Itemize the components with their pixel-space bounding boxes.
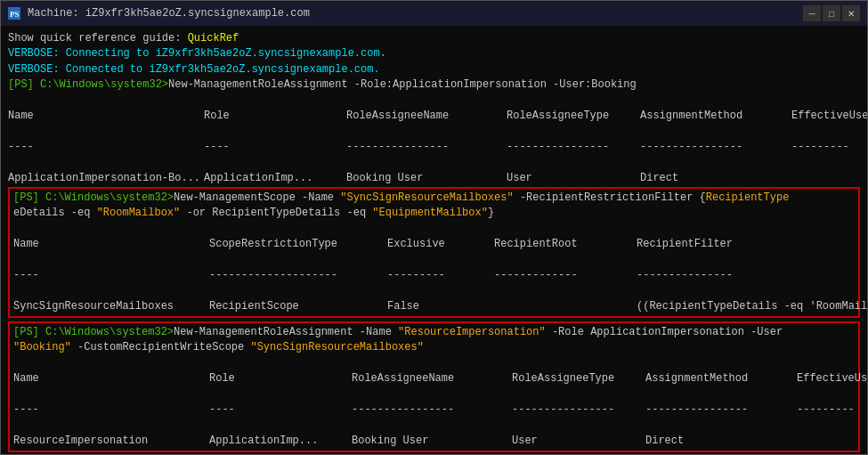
line-cmd2b: eDetails -eq "RoomMailbox" -or Recipient… bbox=[13, 206, 855, 221]
title-bar-left: PS Machine: iZ9xfr3kh5ae2oZ.syncsignexam… bbox=[8, 7, 310, 20]
window-controls: ─ □ ✕ bbox=[803, 5, 860, 21]
window-title: Machine: iZ9xfr3kh5ae2oZ.syncsignexample… bbox=[28, 7, 310, 20]
line-header1: NameRoleRoleAssigneeNameRoleAssigneeType… bbox=[8, 93, 860, 125]
line-cmd2: [PS] C:\Windows\system32>New-ManagementS… bbox=[13, 191, 855, 206]
red-block-1: [PS] C:\Windows\system32>New-ManagementS… bbox=[8, 187, 860, 318]
line-cmd3: [PS] C:\Windows\system32>New-ManagementR… bbox=[13, 325, 855, 340]
title-bar: PS Machine: iZ9xfr3kh5ae2oZ.syncsignexam… bbox=[1, 1, 867, 26]
window-icon: PS bbox=[8, 7, 20, 20]
window: PS Machine: iZ9xfr3kh5ae2oZ.syncsignexam… bbox=[0, 0, 868, 455]
line-separator3: ----------------------------------------… bbox=[13, 387, 855, 418]
close-button[interactable]: ✕ bbox=[842, 5, 860, 21]
line-header2: NameScopeRestrictionTypeExclusiveRecipie… bbox=[13, 222, 855, 253]
maximize-button[interactable]: □ bbox=[823, 5, 840, 21]
line-data1: ApplicationImpersonation-Bo...Applicatio… bbox=[8, 155, 860, 186]
line-cmd1: [PS] C:\Windows\system32>New-ManagementR… bbox=[8, 77, 860, 93]
line-quickref: Show quick reference guide: QuickRef bbox=[8, 31, 860, 46]
svg-text:PS: PS bbox=[10, 10, 20, 19]
line-data2: SyncSignResourceMailboxesRecipientScopeF… bbox=[13, 283, 855, 314]
minimize-button[interactable]: ─ bbox=[803, 5, 821, 21]
red-block-2: [PS] C:\Windows\system32>New-ManagementR… bbox=[8, 321, 860, 452]
line-verbose1: VERBOSE: Connecting to iZ9xfr3kh5ae2oZ.s… bbox=[8, 46, 860, 61]
line-prompt[interactable]: [PS] C:\Windows\system32>█ bbox=[8, 453, 860, 454]
line-header3: NameRoleRoleAssigneeNameRoleAssigneeType… bbox=[13, 356, 855, 387]
line-cmd3b: "Booking" -CustomRecipientWriteScope "Sy… bbox=[13, 340, 855, 355]
line-separator1: ----------------------------------------… bbox=[8, 124, 860, 155]
line-separator2: ----------------------------------------… bbox=[13, 252, 855, 283]
terminal-content[interactable]: Show quick reference guide: QuickRef VER… bbox=[1, 26, 867, 454]
line-verbose2: VERBOSE: Connected to iZ9xfr3kh5ae2oZ.sy… bbox=[8, 62, 860, 77]
line-data3: ResourceImpersonationApplicationImp...Bo… bbox=[13, 418, 855, 449]
